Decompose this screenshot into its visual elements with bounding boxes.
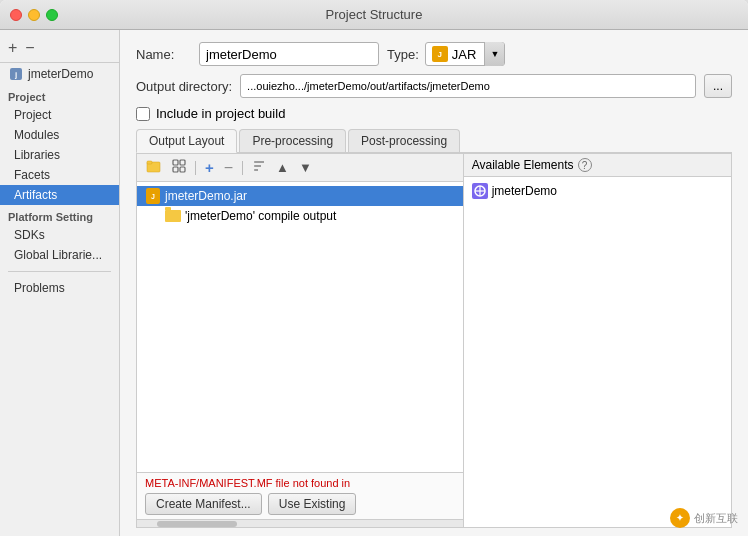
scrollbar-thumb[interactable] — [157, 521, 237, 527]
move-down-button[interactable]: ▼ — [296, 159, 315, 176]
include-checkbox-row: Include in project build — [136, 106, 732, 121]
main-content: + − j jmeterDemo Project Project Modules — [0, 30, 748, 536]
logo-text: 创新互联 — [694, 511, 738, 526]
svg-rect-3 — [147, 161, 152, 164]
panels-area: + − ▲ ▼ — [136, 153, 732, 528]
sidebar-item-modules[interactable]: Modules — [0, 125, 119, 145]
remove-button[interactable]: − — [25, 40, 34, 56]
sidebar-item-libraries[interactable]: Libraries — [0, 145, 119, 165]
available-header: Available Elements ? — [464, 154, 731, 177]
avail-item-jmeterdemo[interactable]: jmeterDemo — [464, 181, 731, 201]
title-bar: Project Structure — [0, 0, 748, 30]
output-dir-label: Output directory: — [136, 79, 232, 94]
include-label: Include in project build — [156, 106, 285, 121]
sidebar-item-project[interactable]: Project — [0, 105, 119, 125]
type-select[interactable]: J JAR ▼ — [425, 42, 506, 66]
svg-rect-4 — [173, 160, 178, 165]
sidebar-item-facets[interactable]: Facets — [0, 165, 119, 185]
right-panel: Name: Type: J JAR ▼ Output directory: ..… — [120, 30, 748, 536]
sidebar-divider — [8, 271, 111, 272]
include-checkbox[interactable] — [136, 107, 150, 121]
minimize-button[interactable] — [28, 9, 40, 21]
move-up-button[interactable]: ▲ — [273, 159, 292, 176]
available-elements-panel: Available Elements ? — [464, 154, 731, 527]
tree-item-compile[interactable]: 'jmeterDemo' compile output — [137, 206, 463, 226]
toolbar-separator-2 — [242, 161, 243, 175]
browse-button[interactable]: ... — [704, 74, 732, 98]
type-dropdown-arrow[interactable]: ▼ — [484, 42, 504, 66]
close-button[interactable] — [10, 9, 22, 21]
tabs-bar: Output Layout Pre-processing Post-proces… — [136, 129, 732, 153]
toolbar-separator — [195, 161, 196, 175]
type-label: Type: — [387, 47, 419, 62]
bottom-buttons: Create Manifest... Use Existing — [145, 493, 455, 515]
folder-add-button[interactable] — [143, 157, 165, 178]
jmeter-label: jmeterDemo — [28, 67, 93, 81]
grid-button[interactable] — [169, 158, 189, 177]
logo-icon: ✦ — [670, 508, 690, 528]
svg-rect-7 — [180, 167, 185, 172]
available-content: jmeterDemo — [464, 177, 731, 527]
remove-item-button[interactable]: − — [221, 158, 236, 178]
use-existing-button[interactable]: Use Existing — [268, 493, 357, 515]
add-button[interactable]: + — [8, 40, 17, 56]
window: Project Structure + − j jmeterDemo Proje… — [0, 0, 748, 536]
output-dir-input[interactable] — [240, 74, 696, 98]
output-dir-row: Output directory: ... — [136, 74, 732, 98]
logo-area: ✦ 创新互联 — [670, 508, 738, 528]
tab-pre-processing[interactable]: Pre-processing — [239, 129, 346, 152]
jmeter-item[interactable]: j jmeterDemo — [0, 63, 119, 85]
sidebar-item-problems[interactable]: Problems — [0, 278, 119, 298]
jmeter-icon: j — [8, 66, 24, 82]
tree-item-jar[interactable]: J jmeterDemo.jar — [137, 186, 463, 206]
tab-output-layout[interactable]: Output Layout — [136, 129, 237, 153]
module-icon — [472, 183, 488, 199]
tab-post-processing[interactable]: Post-processing — [348, 129, 460, 152]
jar-type-icon: J — [432, 46, 448, 62]
sidebar-item-sdks[interactable]: SDKs — [0, 225, 119, 245]
jar-icon: J — [145, 188, 161, 204]
left-tree-panel: + − ▲ ▼ — [137, 154, 464, 527]
type-group: Type: J JAR ▼ — [387, 42, 505, 66]
tree-content: J jmeterDemo.jar 'jmeterDemo' compile ou… — [137, 182, 463, 472]
sort-button[interactable] — [249, 158, 269, 177]
svg-text:j: j — [14, 70, 17, 79]
available-title: Available Elements — [472, 158, 574, 172]
type-value: JAR — [452, 47, 477, 62]
sidebar-item-artifacts[interactable]: Artifacts — [0, 185, 119, 205]
name-label: Name: — [136, 47, 191, 62]
folder-icon — [165, 208, 181, 224]
help-icon[interactable]: ? — [578, 158, 592, 172]
traffic-lights — [10, 9, 58, 21]
window-title: Project Structure — [326, 7, 423, 22]
sidebar-item-global-libraries[interactable]: Global Librarie... — [0, 245, 119, 265]
name-input[interactable] — [199, 42, 379, 66]
platform-settings-header: Platform Setting — [0, 205, 119, 225]
name-type-row: Name: Type: J JAR ▼ — [136, 42, 732, 66]
sidebar: + − j jmeterDemo Project Project Modules — [0, 30, 120, 536]
svg-rect-6 — [173, 167, 178, 172]
sidebar-toolbar: + − — [0, 38, 119, 63]
bottom-status-area: META-INF/MANIFEST.MF file not found in C… — [137, 472, 463, 519]
maximize-button[interactable] — [46, 9, 58, 21]
create-manifest-button[interactable]: Create Manifest... — [145, 493, 262, 515]
add-item-button[interactable]: + — [202, 158, 217, 177]
horizontal-scrollbar[interactable] — [137, 519, 463, 527]
warning-text: META-INF/MANIFEST.MF file not found in — [145, 477, 350, 489]
svg-rect-5 — [180, 160, 185, 165]
project-settings-header: Project — [0, 85, 119, 105]
left-panel-toolbar: + − ▲ ▼ — [137, 154, 463, 182]
